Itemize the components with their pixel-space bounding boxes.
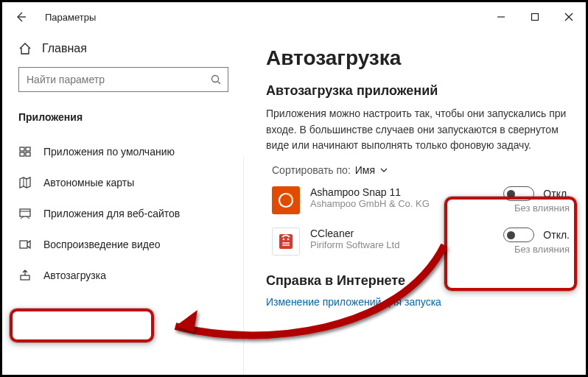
description-text: Приложения можно настроить так, чтобы он…: [266, 106, 570, 154]
maximize-button[interactable]: [518, 2, 552, 32]
startup-app-row: Ashampoo Snap 11 Ashampoo GmbH & Co. KG …: [272, 186, 570, 214]
svg-point-18: [283, 239, 285, 241]
nav-label: Автозагрузка: [43, 269, 106, 281]
page-title: Автозагрузка: [266, 46, 570, 70]
sidebar-item-video[interactable]: Воспроизведение видео: [2, 229, 244, 260]
video-icon: [18, 238, 32, 251]
sidebar-section-label: Приложения: [2, 101, 244, 130]
sidebar-item-web-apps[interactable]: Приложения для веб-сайтов: [2, 198, 244, 229]
app-name: Ashampoo Snap 11: [310, 186, 430, 198]
svg-rect-10: [26, 152, 30, 156]
help-section-title: Справка в Интернете: [266, 273, 570, 289]
svg-rect-8: [26, 147, 30, 151]
sidebar: Главная Приложения Приложения по умолчан…: [2, 32, 244, 375]
back-button[interactable]: [10, 6, 32, 28]
svg-rect-14: [20, 241, 27, 248]
search-input[interactable]: [27, 74, 210, 85]
maximize-icon: [531, 13, 539, 21]
sidebar-home[interactable]: Главная: [2, 38, 244, 63]
nav-label: Приложения по умолчанию: [43, 146, 175, 158]
startup-icon: [18, 269, 32, 282]
web-apps-icon: [18, 207, 32, 220]
startup-toggle[interactable]: [503, 228, 534, 242]
toggle-state-label: Откл.: [543, 229, 570, 241]
sub-title: Автозагрузка приложений: [266, 83, 570, 99]
app-icon: [272, 186, 300, 214]
default-apps-icon: [18, 145, 32, 158]
toggle-state-label: Откл.: [543, 188, 570, 200]
help-link[interactable]: Изменение приложений для запуска: [266, 296, 570, 308]
sidebar-home-label: Главная: [42, 42, 87, 55]
app-publisher: Ashampoo GmbH & Co. KG: [310, 198, 430, 209]
svg-rect-13: [20, 209, 30, 216]
impact-label: Без влияния: [514, 244, 570, 255]
startup-app-list: Ashampoo Snap 11 Ashampoo GmbH & Co. KG …: [272, 186, 570, 256]
sidebar-item-default-apps[interactable]: Приложения по умолчанию: [2, 136, 244, 167]
sidebar-item-startup[interactable]: Автозагрузка: [2, 260, 244, 291]
home-icon: [18, 42, 32, 55]
search-box[interactable]: [18, 67, 228, 92]
svg-rect-7: [20, 147, 24, 151]
window-controls: [484, 2, 586, 32]
close-icon: [564, 13, 573, 21]
close-button[interactable]: [552, 2, 586, 32]
minimize-button[interactable]: [484, 2, 518, 32]
settings-window: Параметры Главная: [0, 0, 588, 377]
svg-rect-9: [20, 152, 24, 156]
titlebar: Параметры: [2, 2, 586, 32]
sidebar-nav: Приложения по умолчанию Автономные карты…: [2, 136, 244, 291]
svg-rect-17: [279, 234, 293, 249]
maps-icon: [18, 176, 32, 189]
app-name: CCleaner: [310, 228, 399, 239]
sort-dropdown[interactable]: Сортировать по: Имя: [266, 164, 570, 176]
impact-label: Без влияния: [514, 202, 570, 214]
startup-toggle[interactable]: [503, 186, 534, 201]
sort-value: Имя: [355, 164, 375, 176]
chevron-down-icon: [379, 166, 388, 175]
nav-label: Воспроизведение видео: [43, 239, 160, 250]
search-icon: [210, 74, 222, 85]
arrow-left-icon: [15, 11, 27, 23]
nav-label: Приложения для веб-сайтов: [43, 208, 180, 219]
svg-point-19: [287, 239, 290, 241]
sidebar-item-offline-maps[interactable]: Автономные карты: [2, 167, 244, 198]
startup-app-row: CCleaner Piriform Software Ltd Откл. Без…: [272, 228, 570, 256]
app-icon: [272, 228, 300, 256]
window-title: Параметры: [45, 12, 96, 23]
svg-rect-2: [532, 14, 539, 21]
minimize-icon: [497, 13, 505, 21]
svg-rect-15: [21, 275, 29, 280]
sort-label: Сортировать по:: [272, 164, 351, 176]
svg-line-6: [218, 82, 221, 85]
content-pane: Автозагрузка Автозагрузка приложений При…: [244, 32, 586, 375]
svg-point-5: [212, 76, 219, 82]
nav-label: Автономные карты: [43, 177, 134, 188]
app-publisher: Piriform Software Ltd: [310, 239, 399, 250]
